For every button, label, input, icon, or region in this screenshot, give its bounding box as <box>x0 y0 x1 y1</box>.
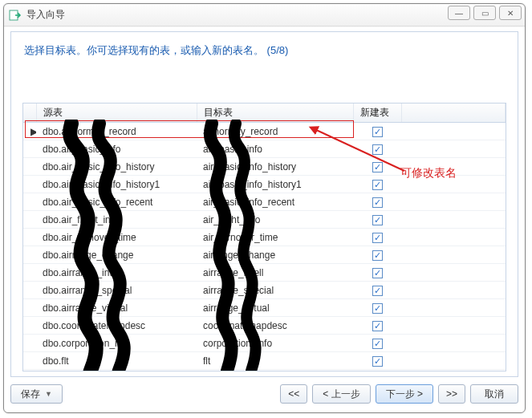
prev-button[interactable]: < 上一步 <box>312 384 370 404</box>
newtable-cell <box>353 140 401 158</box>
table-row[interactable]: dbo.coordinatemapdesccoordinatemapdesc <box>23 317 506 335</box>
table-row[interactable]: dbo.airrange_specialairrange_special <box>23 282 506 299</box>
import-wizard-icon <box>9 9 22 22</box>
chevron-down-icon: ▼ <box>45 390 52 398</box>
source-cell[interactable]: dbo.airrange_change <box>36 246 197 264</box>
save-dropdown[interactable]: 保存 ▼ <box>10 384 63 404</box>
last-button[interactable]: >> <box>438 384 465 404</box>
target-column-header[interactable]: 目标表 <box>197 103 353 123</box>
row-marker <box>23 317 36 335</box>
window-controls: — ▭ ✕ <box>448 6 522 20</box>
next-button[interactable]: 下一步 > <box>376 384 433 404</box>
table-row[interactable]: dbo.air_basic_infoair_basic_info <box>23 140 506 158</box>
table-row[interactable]: dbo.air_basic_info_recentair_basic_info_… <box>23 193 506 211</box>
target-cell[interactable]: airrange_virtual <box>197 299 353 317</box>
source-cell[interactable]: dbo.air_basic_info <box>36 140 197 158</box>
table-row[interactable]: dbo.air_basic_info_historyair_basic_info… <box>23 158 506 176</box>
source-cell[interactable]: dbo.air_basic_info_recent <box>36 193 197 211</box>
target-cell[interactable]: air_basic_info_history1 <box>197 176 353 193</box>
newtable-checkbox[interactable] <box>372 197 383 208</box>
source-cell[interactable]: dbo.air_basic_info_history <box>36 158 197 176</box>
newtable-checkbox[interactable] <box>372 339 383 349</box>
source-cell[interactable]: dbo.airrange_intell <box>36 264 197 282</box>
newtable-checkbox[interactable] <box>372 356 383 367</box>
source-cell[interactable]: dbo.air_flight_info <box>36 211 197 229</box>
newtable-checkbox[interactable] <box>372 180 383 190</box>
newtable-checkbox[interactable] <box>372 321 383 331</box>
row-marker <box>23 158 36 176</box>
save-button-label: 保存 <box>21 388 40 401</box>
source-cell[interactable]: dbo.airrange_virtual <box>36 299 197 317</box>
row-marker <box>23 352 36 370</box>
spacer-cell <box>401 264 506 282</box>
table-row[interactable]: ▶dbo.abnormity_recordabnormity_record <box>23 123 506 140</box>
newtable-cell <box>353 246 401 264</box>
source-cell[interactable]: dbo.air_turnover_time <box>36 229 197 246</box>
newtable-cell <box>353 264 401 282</box>
newtable-cell <box>353 176 401 193</box>
table-row[interactable]: dbo.fltflt <box>23 352 506 370</box>
newtable-checkbox[interactable] <box>372 286 383 296</box>
row-marker <box>23 140 36 158</box>
row-marker <box>23 299 36 317</box>
first-button[interactable]: << <box>280 384 307 404</box>
target-cell[interactable]: air_basic_info_recent <box>197 193 353 211</box>
source-cell[interactable]: dbo.corporation_info <box>36 335 197 352</box>
source-cell[interactable]: dbo.air_basic_info_history1 <box>36 176 197 193</box>
target-cell[interactable]: coordinatemapdesc <box>197 317 353 335</box>
newtable-cell <box>353 299 401 317</box>
spacer-cell <box>401 123 506 140</box>
mapping-table: 源表 目标表 新建表 ▶dbo.abnormity_recordabnormit… <box>23 103 506 370</box>
target-cell[interactable]: corporation_info <box>197 335 353 352</box>
newtable-cell <box>353 229 401 246</box>
newtable-cell <box>353 158 401 176</box>
cancel-button[interactable]: 取消 <box>470 384 518 404</box>
target-cell[interactable]: air_basic_info_history <box>197 158 353 176</box>
newtable-checkbox[interactable] <box>372 144 383 155</box>
row-marker <box>23 176 36 193</box>
table-row[interactable]: dbo.corporation_infocorporation_info <box>23 335 506 352</box>
newtable-checkbox[interactable] <box>372 127 383 137</box>
source-cell[interactable]: dbo.flt <box>36 352 197 370</box>
spacer-cell <box>401 211 506 229</box>
target-cell[interactable]: airrange_special <box>197 282 353 299</box>
row-marker <box>23 211 36 229</box>
table-row[interactable]: dbo.air_turnover_timeair_turnover_time <box>23 229 506 246</box>
maximize-button[interactable]: ▭ <box>473 6 496 20</box>
source-column-header[interactable]: 源表 <box>36 103 197 123</box>
source-cell[interactable]: dbo.airrange_special <box>36 282 197 299</box>
newtable-checkbox[interactable] <box>372 268 383 278</box>
newtable-checkbox[interactable] <box>372 233 383 243</box>
target-cell[interactable]: air_flight_info <box>197 211 353 229</box>
target-cell[interactable]: abnormity_record <box>197 123 353 140</box>
row-marker <box>23 193 36 211</box>
target-cell[interactable]: airrange_change <box>197 246 353 264</box>
newtable-checkbox[interactable] <box>372 303 383 314</box>
table-row[interactable]: dbo.air_basic_info_history1air_basic_inf… <box>23 176 506 193</box>
spacer-column-header <box>401 103 506 123</box>
newtable-column-header[interactable]: 新建表 <box>353 103 401 123</box>
newtable-cell <box>353 123 401 140</box>
table-row[interactable]: dbo.airrange_virtualairrange_virtual <box>23 299 506 317</box>
source-cell[interactable]: dbo.coordinatemapdesc <box>36 317 197 335</box>
newtable-checkbox[interactable] <box>372 162 383 172</box>
spacer-cell <box>401 299 506 317</box>
table-row[interactable]: dbo.air_flight_infoair_flight_info <box>23 211 506 229</box>
table-row[interactable]: dbo.airrange_changeairrange_change <box>23 246 506 264</box>
newtable-checkbox[interactable] <box>372 250 383 261</box>
target-cell[interactable]: air_turnover_time <box>197 229 353 246</box>
target-cell[interactable]: flt <box>197 352 353 370</box>
newtable-cell <box>353 193 401 211</box>
mapping-table-container: 源表 目标表 新建表 ▶dbo.abnormity_recordabnormit… <box>22 103 506 371</box>
source-cell[interactable]: dbo.abnormity_record <box>36 123 197 140</box>
target-cell[interactable]: airrange_intell <box>197 264 353 282</box>
newtable-checkbox[interactable] <box>372 215 383 225</box>
spacer-cell <box>401 176 506 193</box>
spacer-cell <box>401 246 506 264</box>
spacer-cell <box>401 282 506 299</box>
minimize-button[interactable]: — <box>448 6 470 20</box>
table-row[interactable]: dbo.airrange_intellairrange_intell <box>23 264 506 282</box>
target-cell[interactable]: air_basic_info <box>197 140 353 158</box>
newtable-cell <box>353 352 401 370</box>
close-button[interactable]: ✕ <box>499 6 522 20</box>
